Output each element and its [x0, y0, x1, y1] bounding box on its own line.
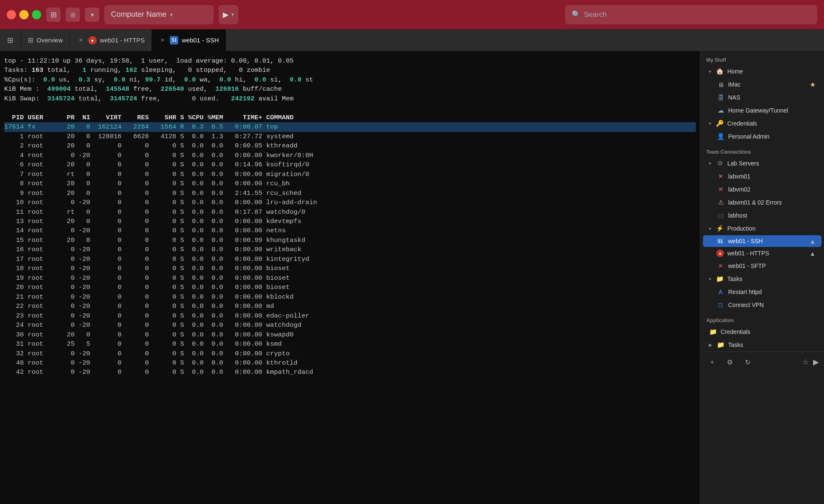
- connect-vpn-icon: ⊡: [716, 301, 725, 309]
- production-chevron: ▾: [709, 226, 711, 231]
- sidebar-item-credentials[interactable]: ▾ 🔑 Credentials: [703, 117, 821, 130]
- sidebar-item-web01-ssh[interactable]: S1 web01 - SSH ▲: [703, 235, 821, 247]
- imac-star-icon: ★: [810, 81, 816, 89]
- footer-play-button[interactable]: ▶: [813, 357, 819, 367]
- term-process-highlighted: 17614 fx 20 0 162124 2284 1564 R 0.3 0.5…: [4, 122, 696, 131]
- term-proc-2: 2 root 20 0 0 0 0 S 0.0 0.0 0:00.05 kthr…: [4, 141, 696, 150]
- tab-ssh-close[interactable]: ✕: [158, 36, 166, 44]
- term-header-row: PID USER PR NI VIRT RES SHR S %CPU %MEM …: [4, 113, 696, 122]
- term-proc-4: 4 root 0 -20 0 0 0 S 0.0 0.0 0:00.00 kwo…: [4, 151, 696, 160]
- chevron-down-icon[interactable]: ▾: [85, 8, 99, 22]
- sidebar-web01-https-label: web01 - HTTPS: [727, 250, 806, 257]
- main-content: top - 11:22:10 up 36 days, 19:58, 1 user…: [0, 51, 824, 504]
- tab-web01-https[interactable]: ✕ ● web01 - HTTPS: [70, 29, 152, 51]
- maximize-button[interactable]: [32, 10, 41, 19]
- term-proc-14: 14 root 0 -20 0 0 0 S 0.0 0.0 0:00.00 ne…: [4, 226, 696, 235]
- add-button[interactable]: ＋: [705, 355, 719, 369]
- target-icon[interactable]: ◎: [66, 8, 80, 22]
- sidebar-credentials-label: Credentials: [727, 120, 816, 127]
- sidebar-item-lab-servers[interactable]: ▾ ⚙ Lab Servers: [703, 157, 821, 170]
- tab-grid-button[interactable]: ⊞: [0, 29, 21, 51]
- tab-https-label: web01 - HTTPS: [100, 37, 145, 44]
- sidebar-footer: ＋ ⚙ ↻ ☆ ▶: [700, 352, 824, 372]
- app-tasks-chevron: ▶: [709, 342, 712, 348]
- terminal[interactable]: top - 11:22:10 up 36 days, 19:58, 1 user…: [0, 51, 700, 504]
- sidebar-personal-admin-label: Personal Admin: [728, 133, 816, 140]
- sidebar-labvm-errors-label: labvm01 & 02 Errors: [728, 199, 816, 206]
- term-proc-42: 42 root 0 -20 0 0 0 S 0.0 0.0 0:00.00 km…: [4, 368, 696, 377]
- term-proc-10: 10 root 0 -20 0 0 0 S 0.0 0.0 0:00.00 lr…: [4, 198, 696, 207]
- tab-https-close[interactable]: ✕: [77, 36, 85, 44]
- sidebar-item-restart-httpd[interactable]: A Restart httpd: [703, 286, 821, 298]
- tab-overview[interactable]: ⊞ Overview: [21, 29, 70, 51]
- credentials-chevron: ▾: [709, 121, 711, 126]
- https-tab-icon: ●: [88, 36, 97, 45]
- term-line-blank: [4, 103, 696, 113]
- footer-star-button[interactable]: ☆: [802, 357, 809, 367]
- term-proc-7: 7 root rt 0 0 0 0 S 0.0 0.0 0:00.00 migr…: [4, 170, 696, 179]
- term-proc-11: 11 root rt 0 0 0 0 S 0.0 0.0 0:17.87 wat…: [4, 207, 696, 217]
- term-proc-9: 9 root 20 0 0 0 0 S 0.0 0.0 2:41.55 rcu_…: [4, 189, 696, 198]
- ssh-tab-icon: S1: [170, 36, 178, 45]
- tab-web01-ssh[interactable]: ✕ S1 web01 - SSH: [152, 29, 226, 51]
- term-proc-31: 31 root 25 5 0 0 0 S 0.0 0.0 0:00.00 ksm…: [4, 339, 696, 349]
- sidebar-item-gateway[interactable]: ☁ Home Gateway/Tunnel: [703, 104, 821, 117]
- minimize-button[interactable]: [19, 10, 29, 19]
- sidebar-item-app-credentials[interactable]: 📁 Credentials: [703, 326, 821, 338]
- app-credentials-icon: 📁: [709, 328, 717, 336]
- search-input[interactable]: [584, 10, 811, 19]
- application-section-label: Application: [700, 312, 824, 325]
- term-proc-16: 16 root 0 -20 0 0 0 S 0.0 0.0 0:00.00 wr…: [4, 245, 696, 254]
- term-proc-13: 13 root 20 0 0 0 0 S 0.0 0.0 0:00.00 kde…: [4, 217, 696, 226]
- sidebar-connect-vpn-label: Connect VPN: [728, 302, 816, 308]
- sidebar-item-nas[interactable]: 🗄 NAS: [703, 91, 821, 104]
- term-line-1: top - 11:22:10 up 36 days, 19:58, 1 user…: [4, 56, 696, 66]
- tasks-chevron: ▾: [709, 276, 711, 282]
- labvm01-icon: ✕: [716, 172, 725, 181]
- term-proc-20: 20 root 0 -20 0 0 0 S 0.0 0.0 0:00.00 bi…: [4, 283, 696, 292]
- term-proc-1: 1 root 20 0 128016 6628 4128 S 0.0 1.3 0…: [4, 132, 696, 141]
- sidebar-lab-servers-label: Lab Servers: [727, 160, 816, 167]
- sidebar-imac-label: iMac: [728, 81, 806, 88]
- computer-name-button[interactable]: Computer Name ▾: [104, 5, 214, 24]
- sidebar-item-imac[interactable]: 🖥 iMac ★: [703, 78, 821, 91]
- home-chevron: ▾: [709, 69, 711, 74]
- team-connections-section-label: Team Connections: [700, 143, 824, 157]
- search-bar[interactable]: 🔍: [565, 5, 817, 24]
- term-proc-19: 19 root 0 -20 0 0 0 S 0.0 0.0 0:00.00 bi…: [4, 273, 696, 283]
- term-proc-30: 30 root 20 0 0 0 0 S 0.0 0.0 0:00.00 ksw…: [4, 330, 696, 339]
- computer-name-chevron: ▾: [170, 11, 173, 18]
- sidebar-item-labvm02[interactable]: ✕ labvm02: [703, 183, 821, 196]
- sidebar-item-connect-vpn[interactable]: ⊡ Connect VPN: [703, 299, 821, 311]
- sidebar-item-labhost[interactable]: □ labhost: [703, 209, 821, 222]
- web01-https-upload-icon: ▲: [809, 250, 816, 257]
- term-line-2: Tasks: 163 total, 1 running, 162 sleepin…: [4, 66, 696, 75]
- overview-icon: ⊞: [28, 36, 33, 44]
- sidebar-item-tasks[interactable]: ▾ 📁 Tasks: [703, 273, 821, 285]
- sidebar-item-personal-admin[interactable]: 👤 Personal Admin: [703, 130, 821, 143]
- close-button[interactable]: [7, 10, 16, 19]
- play-icon: ▶: [223, 10, 229, 19]
- nas-icon: 🗄: [716, 93, 725, 102]
- tabs-bar: ⊞ ⊞ Overview ✕ ● web01 - HTTPS ✕ S1 web0…: [0, 29, 824, 51]
- settings-button[interactable]: ⚙: [723, 355, 737, 369]
- sidebar-item-web01-https[interactable]: ● web01 - HTTPS ▲: [703, 247, 821, 259]
- web01-https-icon: ●: [716, 249, 724, 257]
- sidebar-item-app-tasks[interactable]: ▶ 📁 Tasks: [703, 339, 821, 351]
- sidebar-item-production[interactable]: ▾ ⚡ Production: [703, 222, 821, 235]
- sidebar-item-labvm-errors[interactable]: ⚠ labvm01 & 02 Errors: [703, 196, 821, 209]
- sidebar-item-labvm01[interactable]: ✕ labvm01: [703, 170, 821, 183]
- sidebar-toggle-icon[interactable]: ⊞: [46, 8, 61, 22]
- term-proc-23: 23 root 0 -20 0 0 0 S 0.0 0.0 0:00.00 ed…: [4, 311, 696, 320]
- play-button[interactable]: ▶ ▾: [219, 5, 238, 24]
- term-line-3: %Cpu(s): 0.0 us, 0.3 sy, 0.0 ni, 99.7 id…: [4, 75, 696, 84]
- sidebar-production-label: Production: [727, 225, 816, 232]
- sidebar-item-home[interactable]: ▾ 🏠 Home: [703, 65, 821, 78]
- sidebar-item-web01-sftp[interactable]: ✕ web01 - SFTP: [703, 260, 821, 272]
- computer-name-label: Computer Name: [111, 10, 166, 19]
- sidebar-labvm01-label: labvm01: [728, 173, 816, 180]
- web01-ssh-upload-icon: ▲: [809, 238, 816, 245]
- tab-overview-label: Overview: [37, 37, 63, 44]
- sidebar-home-label: Home: [727, 68, 816, 75]
- sync-button[interactable]: ↻: [741, 355, 754, 369]
